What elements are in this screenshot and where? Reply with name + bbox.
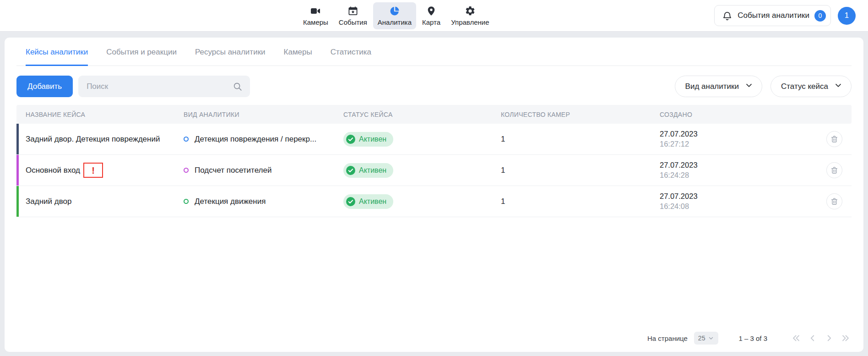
last-page-button[interactable] bbox=[840, 332, 852, 344]
case-name-cell: Задний двор bbox=[16, 197, 184, 206]
created-date: 27.07.2023 bbox=[660, 160, 819, 170]
created-cell: 27.07.2023 16:24:08 bbox=[660, 192, 819, 212]
analytics-icon bbox=[389, 5, 400, 16]
settings-icon bbox=[465, 5, 476, 16]
delete-case-button[interactable] bbox=[826, 131, 842, 147]
case-name: Задний двор. Детекция повреждений bbox=[26, 135, 160, 144]
analytics-type-filter[interactable]: Вид аналитики bbox=[675, 76, 762, 97]
events-icon bbox=[347, 5, 358, 16]
analytics-page-card: Кейсы аналитикиСобытия и реакцииРесурсы … bbox=[5, 38, 863, 352]
case-color-stripe bbox=[16, 155, 19, 186]
pagination-bar: На странице 25 1 – 3 of 3 bbox=[16, 325, 852, 352]
topbar-right: События аналитики 0 1 bbox=[714, 5, 868, 26]
chevron-down-icon bbox=[744, 81, 754, 92]
delete-case-button[interactable] bbox=[826, 162, 842, 178]
chevron-down-icon bbox=[708, 335, 714, 341]
per-page-value: 25 bbox=[698, 334, 705, 342]
search-input[interactable] bbox=[78, 76, 250, 97]
tab[interactable]: Статистика bbox=[331, 38, 371, 66]
bell-icon bbox=[722, 11, 732, 21]
analytics-events-button[interactable]: События аналитики 0 bbox=[714, 5, 831, 26]
tab[interactable]: Камеры bbox=[284, 38, 312, 66]
created-time: 16:27:12 bbox=[660, 139, 819, 149]
tab[interactable]: События и реакции bbox=[106, 38, 177, 66]
case-name: Основной вход bbox=[26, 166, 80, 175]
nav-item[interactable]: Карта bbox=[418, 2, 445, 29]
case-name-cell: Основной вход ! bbox=[16, 163, 184, 178]
table-body: Задний двор. Детекция повреждений Детекц… bbox=[16, 124, 852, 217]
analytics-type-cell: Детекция повреждения / перекр... bbox=[184, 135, 343, 144]
next-page-button[interactable] bbox=[823, 332, 835, 344]
chevron-down-icon bbox=[834, 81, 843, 92]
analytics-type-cell: Подсчет посетителей bbox=[184, 166, 343, 175]
map-icon bbox=[426, 5, 437, 16]
nav-item[interactable]: Управление bbox=[446, 2, 494, 29]
case-color-stripe bbox=[16, 186, 19, 217]
nav-item[interactable]: Аналитика bbox=[373, 2, 416, 29]
pager bbox=[790, 332, 852, 344]
case-status-filter-label: Статус кейса bbox=[781, 82, 828, 91]
delete-case-button[interactable] bbox=[826, 193, 842, 209]
filters: Вид аналитики Статус кейса bbox=[675, 76, 852, 97]
status-label: Активен bbox=[359, 166, 386, 175]
search-icon bbox=[233, 82, 243, 92]
table-row[interactable]: Задний двор Детекция движения Активен 1 bbox=[16, 186, 852, 217]
case-color-stripe bbox=[16, 124, 19, 154]
status-label: Активен bbox=[359, 197, 386, 206]
case-status-filter[interactable]: Статус кейса bbox=[770, 76, 852, 97]
camera-icon bbox=[310, 5, 321, 16]
tab[interactable]: Ресурсы аналитики bbox=[195, 38, 266, 66]
add-button[interactable]: Добавить bbox=[16, 76, 73, 97]
camera-count: 1 bbox=[501, 166, 660, 175]
table-row[interactable]: Задний двор. Детекция повреждений Детекц… bbox=[16, 124, 852, 155]
column-header: НАЗВАНИЕ КЕЙСА bbox=[16, 111, 184, 118]
table-header-row: НАЗВАНИЕ КЕЙСАВИД АНАЛИТИКИСТАТУС КЕЙСАК… bbox=[16, 105, 852, 124]
nav-item-label: Камеры bbox=[303, 18, 328, 26]
column-header: КОЛИЧЕСТВО КАМЕР bbox=[501, 111, 660, 118]
nav-item-label: Карта bbox=[422, 18, 440, 26]
analytics-type-ring-icon bbox=[184, 168, 189, 173]
column-header: СОЗДАНО bbox=[660, 111, 819, 118]
status-badge: Активен bbox=[343, 163, 393, 178]
user-avatar[interactable]: 1 bbox=[838, 7, 856, 25]
analytics-type-ring-icon bbox=[184, 199, 189, 204]
check-circle-icon bbox=[346, 135, 355, 144]
case-status-cell: Активен bbox=[343, 163, 501, 178]
column-header: ВИД АНАЛИТИКИ bbox=[184, 111, 343, 118]
toolbar: Добавить Вид аналитики Статус кейса bbox=[16, 76, 852, 97]
nav-item[interactable]: События bbox=[334, 2, 372, 29]
nav-item-label: События bbox=[339, 18, 367, 26]
analytics-type-cell: Детекция движения bbox=[184, 197, 343, 206]
search-box bbox=[78, 76, 250, 97]
case-status-cell: Активен bbox=[343, 194, 501, 209]
per-page-label: На странице bbox=[647, 334, 688, 342]
status-label: Активен bbox=[359, 135, 386, 143]
top-navigation-bar: Камеры События Аналитика Карта Управлени… bbox=[0, 0, 868, 32]
alert-highlight-box: ! bbox=[83, 163, 103, 178]
nav-item[interactable]: Камеры bbox=[298, 2, 333, 29]
table-row[interactable]: Основной вход ! Подсчет посетителей Акти… bbox=[16, 155, 852, 186]
analytics-type-label: Детекция повреждения / перекр... bbox=[195, 135, 316, 144]
tabs-bar: Кейсы аналитикиСобытия и реакцииРесурсы … bbox=[16, 38, 852, 66]
main-nav: Камеры События Аналитика Карта Управлени… bbox=[298, 0, 494, 31]
column-header: СТАТУС КЕЙСА bbox=[343, 111, 501, 118]
case-status-cell: Активен bbox=[343, 132, 501, 147]
case-name: Задний двор bbox=[26, 197, 71, 206]
first-page-button[interactable] bbox=[790, 332, 802, 344]
prev-page-button[interactable] bbox=[807, 332, 819, 344]
cases-table: НАЗВАНИЕ КЕЙСАВИД АНАЛИТИКИСТАТУС КЕЙСАК… bbox=[16, 105, 852, 217]
row-actions bbox=[819, 131, 852, 147]
check-circle-icon bbox=[346, 197, 355, 206]
created-time: 16:24:28 bbox=[660, 170, 819, 181]
row-actions bbox=[819, 193, 852, 209]
events-count-badge: 0 bbox=[814, 10, 826, 22]
trash-icon bbox=[830, 135, 839, 143]
per-page-select[interactable]: 25 bbox=[694, 332, 719, 345]
check-circle-icon bbox=[346, 166, 355, 175]
analytics-type-label: Подсчет посетителей bbox=[195, 166, 271, 175]
camera-count: 1 bbox=[501, 135, 660, 144]
tab[interactable]: Кейсы аналитики bbox=[26, 38, 88, 66]
row-actions bbox=[819, 162, 852, 178]
created-time: 16:24:08 bbox=[660, 202, 819, 212]
created-cell: 27.07.2023 16:24:28 bbox=[660, 160, 819, 181]
